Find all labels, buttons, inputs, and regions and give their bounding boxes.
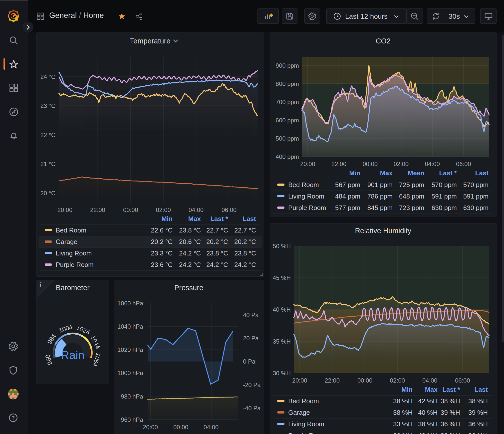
svg-text:1004: 1004 [58,323,73,334]
svg-text:Rain: Rain [61,349,85,362]
svg-text:1064: 1064 [91,352,102,367]
svg-text:960: 960 [44,354,53,366]
